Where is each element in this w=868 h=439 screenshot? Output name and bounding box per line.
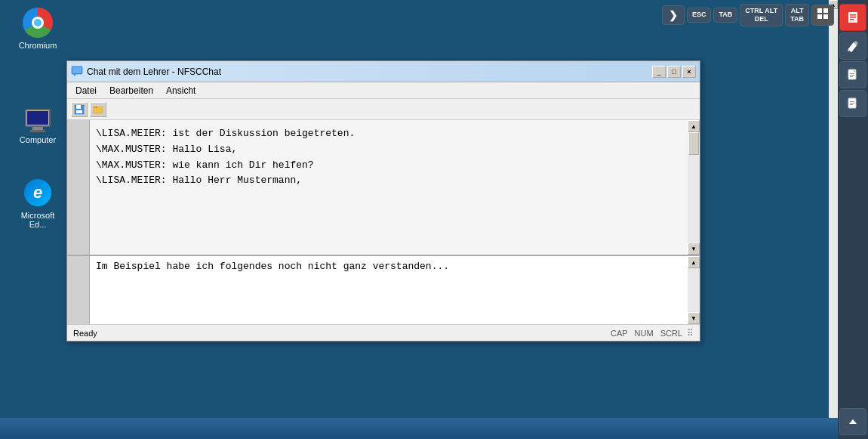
shortcuts-bar: ❯ ESC TAB CTRL ALTDEL ALTTAB [662,4,834,26]
toolbar-open-btn[interactable] [90,102,106,117]
status-text: Ready [73,329,97,338]
save-icon [74,104,85,115]
svg-rect-3 [850,19,854,20]
input-scroll-up[interactable]: ▲ [688,256,700,268]
toolbar-btn-up[interactable] [839,408,866,435]
messages-scroll-track [688,132,700,243]
svg-rect-23 [94,107,97,108]
svg-rect-9 [850,101,854,102]
chat-sidebar [67,120,90,255]
messages-scroll-up[interactable]: ▲ [688,120,700,132]
resize-grip[interactable]: ⠿ [687,328,694,339]
svg-rect-17 [72,67,82,73]
chromium-label: Chromium [19,41,57,50]
right-toolbar [838,0,868,439]
svg-rect-6 [850,75,854,76]
menu-ansicht[interactable]: Ansicht [162,84,200,97]
toolbar-icon-red [846,11,860,24]
svg-rect-7 [850,76,853,77]
scroll-track [829,9,838,430]
chevron-up-icon [846,415,860,428]
svg-rect-2 [850,17,856,18]
document-icon-2 [846,97,860,110]
chat-message-4: \LISA.MEIER: Hallo Herr Mustermann, [96,173,682,189]
alt-tab-button[interactable]: ALTTAB [785,4,809,26]
title-bar-controls: _ □ × [652,66,696,78]
svg-rect-13 [823,8,828,13]
input-scroll-down[interactable]: ▼ [688,312,700,324]
toolbar-btn-3[interactable] [839,90,866,117]
close-button[interactable]: × [682,66,696,78]
computer-label: Computer [20,135,56,144]
msedge-icon-img: e [23,178,53,208]
menu-bar: Datei Bearbeiten Ansicht [67,82,700,99]
messages-scroll-down[interactable]: ▼ [688,243,700,255]
svg-marker-18 [73,74,76,76]
chat-window: Chat mit dem Lehrer - NFSCChat _ □ × Dat… [66,60,700,342]
chat-input-field[interactable]: Im Beispiel habe ich folgendes noch nich… [90,256,688,324]
windows-button[interactable] [811,5,834,26]
chat-message-1: \LISA.MEIER: ist der Diskussion beigetre… [96,126,682,142]
menu-datei[interactable]: Datei [71,84,101,97]
computer-icon-img [23,102,53,132]
desktop-icon-chromium[interactable]: Chromium [8,4,68,54]
svg-rect-20 [76,105,81,109]
chat-icon [71,66,83,78]
window-toolbar [67,99,700,120]
num-indicator: NUM [633,329,656,338]
svg-rect-12 [817,8,822,13]
chat-messages-area: \LISA.MEIER: ist der Diskussion beigetre… [67,120,700,256]
desktop-icon-computer[interactable]: Computer [8,98,68,148]
menu-bearbeiten[interactable]: Bearbeiten [105,84,158,97]
scrl-indicator: SCRL [658,329,685,338]
svg-rect-15 [823,14,828,19]
chevron-button[interactable]: ❯ [662,5,685,25]
document-icon-1 [846,68,860,82]
chat-message-2: \MAX.MUSTER: Hallo Lisa, [96,142,682,158]
input-scrollbar: ▲ ▼ [688,256,700,324]
windows-icon [817,8,829,20]
window-title: Chat mit dem Lehrer - NFSCChat [87,66,652,77]
svg-rect-14 [817,14,822,19]
chat-message-3: \MAX.MUSTER: wie kann ich Dir helfen? [96,158,682,174]
status-indicators: CAP NUM SCRL ⠿ [608,328,694,339]
messages-scrollbar: ▲ ▼ [688,120,700,255]
right-scrollbar[interactable]: ▲ ▼ [829,0,838,439]
svg-rect-21 [76,110,82,113]
messages-scroll-thumb[interactable] [688,132,699,155]
taskbar [0,418,838,439]
svg-rect-10 [850,103,854,104]
title-bar-icon [71,66,83,78]
toolbar-red-btn[interactable] [839,4,866,31]
toolbar-btn-1[interactable] [839,32,866,60]
tab-button[interactable]: TAB [713,8,737,23]
maximize-button[interactable]: □ [667,66,681,78]
status-bar: Ready CAP NUM SCRL ⠿ [67,324,700,341]
folder-icon [93,104,103,115]
svg-rect-5 [850,73,854,74]
ctrl-alt-del-button[interactable]: CTRL ALTDEL [740,4,783,26]
cap-indicator: CAP [608,329,630,338]
input-scroll-track [688,268,700,312]
desktop-icon-msedge[interactable]: e Microsoft Ed... [8,174,68,233]
chat-input-area: Im Beispiel habe ich folgendes noch nich… [67,256,700,324]
esc-button[interactable]: ESC [687,8,712,23]
chat-content: \LISA.MEIER: ist der Diskussion beigetre… [90,120,688,255]
chromium-icon-img [23,8,53,38]
title-bar: Chat mit dem Lehrer - NFSCChat _ □ × [67,61,700,82]
msedge-label: Microsoft Ed... [11,211,64,229]
toolbar-btn-2[interactable] [839,61,866,88]
input-sidebar [67,256,90,324]
pencil-icon [846,39,860,53]
svg-rect-11 [850,104,853,105]
toolbar-save-btn[interactable] [71,102,88,117]
minimize-button[interactable]: _ [652,66,666,78]
svg-rect-1 [850,14,856,16]
